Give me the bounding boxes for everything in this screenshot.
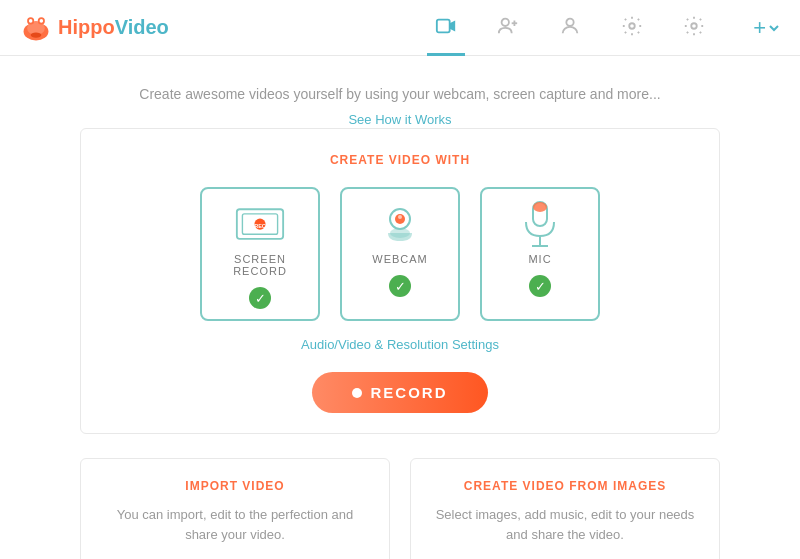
subtitle-text: Create awesome videos yourself by using … xyxy=(80,86,720,102)
webcam-label: WEBCAM xyxy=(372,253,428,265)
import-title: IMPORT VIDEO xyxy=(101,479,369,493)
webcam-check: ✓ xyxy=(389,275,411,297)
screen-record-icon: REC xyxy=(235,205,285,245)
svg-point-13 xyxy=(629,23,635,29)
gear-icon xyxy=(621,15,643,37)
create-video-section: CREATE VIDEO WITH REC SCREEN RECORD ✓ xyxy=(80,128,720,434)
see-how-link[interactable]: See How it Works xyxy=(348,112,451,127)
create-images-desc: Select images, add music, edit to your n… xyxy=(431,505,699,544)
create-from-images-card: CREATE VIDEO FROM IMAGES Select images, … xyxy=(410,458,720,559)
settings-icon xyxy=(683,15,705,37)
main-content: Create awesome videos yourself by using … xyxy=(0,56,800,559)
header: HippoVideo xyxy=(0,0,800,56)
svg-point-21 xyxy=(398,215,402,219)
nav-item-video[interactable] xyxy=(427,0,465,56)
logo-text: HippoVideo xyxy=(58,16,169,39)
webcam-card[interactable]: WEBCAM ✓ xyxy=(340,187,460,321)
screen-record-check: ✓ xyxy=(249,287,271,309)
hippo-icon xyxy=(20,12,52,44)
add-button[interactable]: + xyxy=(753,15,780,41)
video-icon xyxy=(435,15,457,37)
bottom-cards: IMPORT VIDEO You can import, edit to the… xyxy=(80,458,720,559)
settings-link[interactable]: Audio/Video & Resolution Settings xyxy=(101,337,699,352)
record-button[interactable]: RECORD xyxy=(312,372,487,413)
nav-item-person[interactable] xyxy=(551,0,589,56)
create-images-title: CREATE VIDEO FROM IMAGES xyxy=(431,479,699,493)
chevron-down-icon xyxy=(768,22,780,34)
person-icon xyxy=(559,15,581,37)
svg-point-14 xyxy=(691,23,697,29)
record-dot xyxy=(352,388,362,398)
svg-point-6 xyxy=(31,32,42,37)
option-cards-container: REC SCREEN RECORD ✓ WEBCAM xyxy=(101,187,699,321)
mic-card[interactable]: MIC ✓ xyxy=(480,187,600,321)
svg-point-5 xyxy=(40,19,44,23)
screen-record-label: SCREEN RECORD xyxy=(212,253,308,277)
mic-check: ✓ xyxy=(529,275,551,297)
nav-item-person-add[interactable] xyxy=(489,0,527,56)
person-add-icon xyxy=(497,15,519,37)
import-video-card: IMPORT VIDEO You can import, edit to the… xyxy=(80,458,390,559)
mic-icon xyxy=(515,205,565,245)
svg-point-9 xyxy=(502,19,509,26)
svg-point-4 xyxy=(29,19,33,23)
nav-item-settings1[interactable] xyxy=(613,0,651,56)
webcam-icon xyxy=(375,205,425,245)
svg-rect-7 xyxy=(437,20,450,33)
import-desc: You can import, edit to the perfection a… xyxy=(101,505,369,544)
svg-text:REC: REC xyxy=(254,223,266,229)
svg-rect-24 xyxy=(533,202,547,212)
screen-record-card[interactable]: REC SCREEN RECORD ✓ xyxy=(200,187,320,321)
nav-bar xyxy=(427,0,713,56)
nav-item-settings2[interactable] xyxy=(675,0,713,56)
record-label: RECORD xyxy=(370,384,447,401)
logo: HippoVideo xyxy=(20,12,169,44)
mic-label: MIC xyxy=(528,253,551,265)
svg-point-22 xyxy=(390,228,410,238)
create-video-title: CREATE VIDEO WITH xyxy=(101,153,699,167)
svg-point-12 xyxy=(566,19,573,26)
